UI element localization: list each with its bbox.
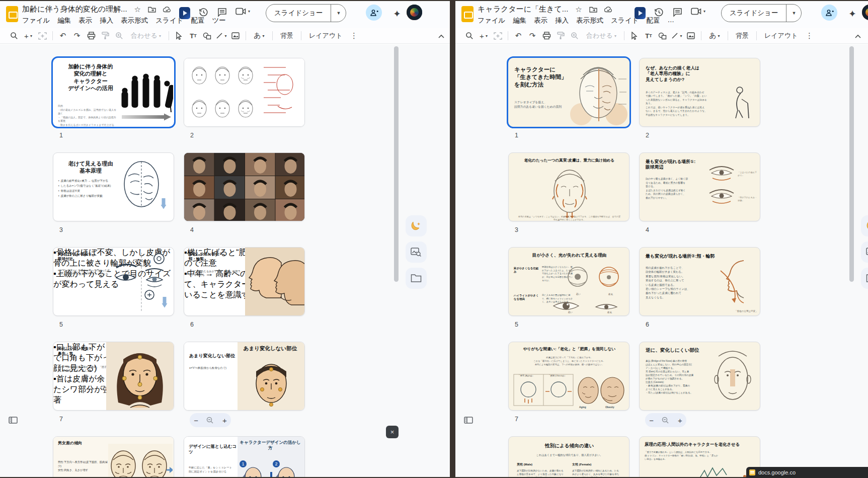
gemini-banana-button[interactable] bbox=[406, 215, 427, 236]
slideshow-dropdown[interactable]: ▼ bbox=[331, 11, 346, 16]
zoom-reset-icon[interactable] bbox=[206, 417, 214, 424]
shape-icon[interactable] bbox=[657, 30, 668, 42]
folder-button[interactable] bbox=[406, 268, 427, 289]
print-icon[interactable] bbox=[86, 30, 97, 42]
meet-camera-icon[interactable]: ▾ bbox=[691, 8, 705, 15]
slide-thumbnail[interactable]: 変化しやすい部位② 頬・輪郭 ss="li">▪頬のたるみが下方向へ移動し輪郭ラ… bbox=[184, 247, 305, 316]
redo-icon[interactable]: ↷ bbox=[71, 30, 83, 42]
insert-image-icon[interactable] bbox=[230, 30, 241, 42]
collapse-toolbar-icon[interactable] bbox=[438, 31, 444, 40]
version-history-icon[interactable] bbox=[199, 8, 208, 19]
slide-number: 7 bbox=[515, 416, 518, 423]
search-menus-icon[interactable] bbox=[464, 30, 475, 42]
blue-app-icon[interactable] bbox=[635, 7, 646, 19]
new-slide-layout-icon[interactable] bbox=[492, 30, 503, 42]
share-button[interactable] bbox=[821, 5, 837, 21]
slide-thumbnail[interactable]: あまり変化しない部位 s="li">▪鼻筋(骨から軟骨なので)▪耳の位置▪頬骨・… bbox=[184, 342, 305, 411]
layout-button[interactable]: レイアウト bbox=[761, 30, 801, 42]
more-options-icon[interactable]: ⋮ bbox=[804, 30, 815, 42]
slide-thumbnail[interactable]: やりがちな間違い:「老化」と「肥満」を混同しない 皮膚は重力に従って「下方向」に… bbox=[508, 342, 629, 411]
layout-button[interactable]: レイアウト bbox=[306, 30, 346, 42]
line-tool-icon[interactable]: ▾ bbox=[216, 30, 227, 42]
slide-thumbnail[interactable]: 最も変化が現れる場所②:頬・輪郭 頬の皮膚が垂れ下がることで、顔全体の輪郭が大き… bbox=[639, 247, 760, 316]
vertical-scrollbar[interactable] bbox=[394, 46, 399, 282]
zoom-icon[interactable] bbox=[114, 30, 125, 42]
slideshow-button[interactable]: スライドショー bbox=[266, 9, 331, 18]
insert-image-icon[interactable] bbox=[685, 30, 696, 42]
undo-icon[interactable]: ↶ bbox=[57, 30, 68, 42]
collapse-toolbar-icon[interactable] bbox=[855, 31, 861, 40]
slide-thumbnail[interactable]: デザインに落とし込むコツ 年齢に応じた「量」をシミュレート顔に固定ポイントを描き… bbox=[184, 436, 305, 477]
share-button[interactable] bbox=[366, 5, 382, 21]
window-divider bbox=[450, 0, 455, 478]
slide-thumbnail[interactable]: なぜ、あなたの描く老人は 「老人専用の種族」に 見えてしまうのか? 多くのアーテ… bbox=[639, 58, 760, 127]
zoom-icon[interactable] bbox=[569, 30, 580, 42]
image-search-button[interactable] bbox=[861, 242, 868, 263]
version-history-icon[interactable] bbox=[654, 8, 664, 19]
folder-button[interactable] bbox=[861, 268, 868, 289]
new-slide-button[interactable]: +▾ bbox=[23, 30, 34, 42]
slide-thumbnail[interactable]: 逆に、変化しにくい部位 鼻筋 (Bridge of the Nose):鼻の骨や… bbox=[639, 342, 760, 411]
slide-thumbnail[interactable]: 性別による傾向の違い これはあくまで一般的な傾向であり、個人差が大きい。 男性 … bbox=[508, 436, 629, 477]
comment-icon[interactable] bbox=[673, 8, 682, 19]
text-box-icon[interactable]: TT bbox=[643, 30, 654, 42]
slide-number: 1 bbox=[515, 132, 518, 139]
account-avatar[interactable] bbox=[407, 5, 422, 20]
slide-thumbnail[interactable]: 変化しやすい部位① 眼球付近 ss="li">▪全体として重力に寄って下がった皮… bbox=[53, 247, 174, 316]
slide-thumbnail[interactable]: 老けて見える理由 基本原理 ▪皮膚の経年劣化+重力 → 位置が下がる▪したるみ=… bbox=[53, 152, 174, 221]
paint-format-icon[interactable] bbox=[555, 30, 566, 42]
select-cursor-icon[interactable] bbox=[629, 30, 640, 42]
status-toast: docs.google.co bbox=[746, 467, 868, 478]
background-button[interactable]: 背景 bbox=[733, 30, 752, 42]
slide-thumbnail[interactable] bbox=[184, 58, 305, 127]
slide-thumbnail[interactable]: 変化しやすい部位③ 鼻先・首 ss="li">▪鼻先の皮膚が垂れ「鷲鼻」「団子鼻… bbox=[53, 342, 174, 411]
zoom-in-button[interactable]: + bbox=[222, 416, 227, 425]
line-tool-icon[interactable]: ▾ bbox=[671, 30, 682, 42]
new-slide-layout-icon[interactable] bbox=[37, 30, 48, 42]
ime-input-icon[interactable]: あ▾ bbox=[706, 30, 723, 42]
account-avatar[interactable] bbox=[862, 5, 868, 20]
new-slide-button[interactable]: +▾ bbox=[478, 30, 489, 42]
gemini-sparkle-icon[interactable]: ✦ bbox=[848, 8, 856, 20]
redo-icon[interactable]: ↷ bbox=[527, 30, 538, 42]
gemini-sparkle-icon[interactable]: ✦ bbox=[393, 8, 401, 20]
slideshow-button[interactable]: スライドショー bbox=[722, 9, 786, 18]
fit-zoom-select[interactable]: 合わせる▾ bbox=[583, 30, 619, 42]
slide-thumbnail[interactable]: 男女差の傾向 男性:下方向へ長方形化(皮下脂肪、筋肉減少)女性:四角さ、丸さが増… bbox=[53, 436, 174, 477]
undo-icon[interactable]: ↶ bbox=[513, 30, 524, 42]
comment-icon[interactable] bbox=[217, 8, 227, 19]
gemini-banana-button[interactable] bbox=[861, 215, 868, 236]
slide-thumbnail[interactable]: 目が小さく、光が失われて見える理由 目が小さくなる仕組み 眼球自体は小さくならな… bbox=[508, 247, 629, 316]
slide-thumbnail[interactable]: 老化のたった一つの真実:皮膚は、重力に負け始める 老化の本質は「シワを足す」こと… bbox=[508, 152, 629, 221]
image-search-button[interactable] bbox=[406, 242, 427, 263]
app-header: 加齢に伴う身体的変化の理解... ☆ ファイル編集表示挿入表示形式スライド配置ツ… bbox=[0, 1, 451, 28]
zoom-out-button[interactable]: − bbox=[649, 416, 654, 425]
slide-number: 7 bbox=[59, 416, 63, 423]
paint-format-icon[interactable] bbox=[100, 30, 111, 42]
zoom-reset-icon[interactable] bbox=[662, 417, 669, 424]
vertical-scrollbar[interactable] bbox=[849, 46, 854, 282]
print-icon[interactable] bbox=[541, 30, 552, 42]
slide-thumbnail[interactable]: 原理の応用:人間以外のキャラクターを老化させる 「重力で皮膚が垂れる」という原則… bbox=[639, 436, 760, 477]
filmstrip-view-toggle[interactable] bbox=[9, 417, 18, 426]
slide-thumbnail[interactable]: 最も変化が現れる場所①: 眼球周辺 顔の中で最も皮膚が薄く、よく動く部分であるた… bbox=[639, 152, 760, 221]
more-options-icon[interactable]: ⋮ bbox=[348, 30, 359, 42]
filmstrip-view-toggle[interactable] bbox=[464, 417, 473, 426]
fit-zoom-select[interactable]: 合わせる▾ bbox=[128, 30, 164, 42]
zoom-out-button[interactable]: − bbox=[194, 416, 198, 425]
ime-input-icon[interactable]: あ▾ bbox=[251, 30, 268, 42]
slide-thumbnail[interactable]: 加齢に伴う身体的 変化の理解と キャラクター デザインへの活用 目的・顔の老化メ… bbox=[53, 58, 174, 127]
text-box-icon[interactable]: TT bbox=[188, 30, 199, 42]
select-cursor-icon[interactable] bbox=[174, 30, 185, 42]
slide-thumbnail[interactable]: キャラクターに 「生きてきた時間」 を刻む方法 ステレオタイプを超え、 説得力の… bbox=[508, 58, 629, 127]
slideshow-button-group: スライドショー ▼ bbox=[721, 4, 802, 22]
blue-app-icon[interactable] bbox=[179, 7, 190, 19]
zoom-in-button[interactable]: + bbox=[678, 416, 682, 425]
meet-camera-icon[interactable]: ▾ bbox=[235, 8, 250, 15]
close-chip-button[interactable]: × bbox=[386, 426, 399, 438]
slideshow-dropdown[interactable]: ▼ bbox=[786, 11, 801, 16]
slide-thumbnail[interactable] bbox=[184, 152, 305, 221]
search-menus-icon[interactable] bbox=[9, 30, 20, 42]
shape-icon[interactable] bbox=[202, 30, 213, 42]
background-button[interactable]: 背景 bbox=[277, 30, 296, 42]
